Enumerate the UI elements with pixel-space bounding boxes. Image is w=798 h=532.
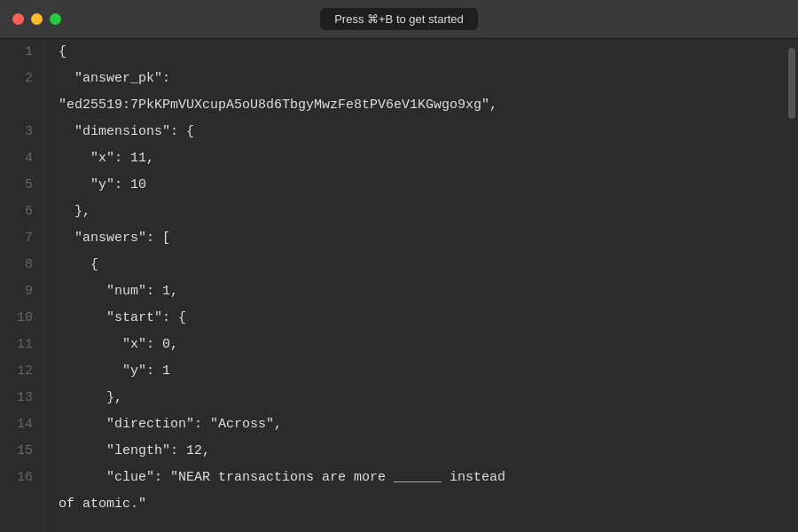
line-number: 4 (25, 145, 33, 172)
line-number: 12 (17, 358, 33, 385)
scrollbar-thumb[interactable] (788, 48, 795, 119)
line-number: 10 (17, 305, 33, 332)
line-number: 8 (25, 252, 33, 278)
code-line-15: "length": 12, (59, 438, 786, 465)
code-line-16b: of atomic." (59, 491, 786, 518)
code-line-14: "direction": "Across", (59, 411, 786, 438)
code-line-5: "y": 10 (59, 172, 786, 199)
code-line-2b: "ed25519:7PkKPmVUXcupA5oU8d6TbgyMwzFe8tP… (59, 92, 786, 119)
line-number: 16 (17, 465, 33, 491)
line-number: 3 (25, 119, 33, 145)
code-content[interactable]: { "answer_pk": "ed25519:7PkKPmVUXcupA5oU… (44, 39, 786, 532)
line-number: 1 (25, 39, 33, 66)
line-number: 7 (25, 225, 33, 252)
traffic-lights (12, 13, 61, 25)
line-number: 2 (25, 66, 33, 92)
line-number: 14 (17, 411, 33, 438)
line-number: 13 (17, 385, 33, 411)
code-line-9: "num": 1, (59, 278, 786, 305)
code-line-12: "y": 1 (59, 358, 786, 385)
line-numbers: 1 2 3 4 5 6 7 8 9 10 11 12 13 14 15 16 (0, 39, 44, 532)
code-line-6: }, (59, 199, 786, 225)
code-line-1: { (59, 39, 786, 66)
code-line-13: }, (59, 385, 786, 411)
traffic-light-red[interactable] (12, 13, 24, 25)
traffic-light-yellow[interactable] (31, 13, 43, 25)
line-number: 5 (25, 172, 33, 199)
code-line-7: "answers": [ (59, 225, 786, 252)
code-line-11: "x": 0, (59, 332, 786, 358)
line-number: 15 (17, 438, 33, 465)
code-line-4: "x": 11, (59, 145, 786, 172)
traffic-light-green[interactable] (50, 13, 61, 25)
line-number: 6 (25, 199, 33, 225)
title-pill: Press ⌘+B to get started (320, 8, 478, 30)
scrollbar[interactable] (786, 39, 798, 532)
code-line-3: "dimensions": { (59, 119, 786, 145)
code-line-10: "start": { (59, 305, 786, 332)
line-number: 11 (17, 332, 33, 358)
code-line-2: "answer_pk": (59, 66, 786, 92)
code-line-16: "clue": "NEAR transactions are more ____… (59, 465, 786, 491)
line-number: 9 (25, 278, 33, 305)
title-bar: Press ⌘+B to get started (0, 0, 798, 39)
editor-container: 1 2 3 4 5 6 7 8 9 10 11 12 13 14 15 16 {… (0, 39, 798, 532)
code-line-8: { (59, 252, 786, 278)
